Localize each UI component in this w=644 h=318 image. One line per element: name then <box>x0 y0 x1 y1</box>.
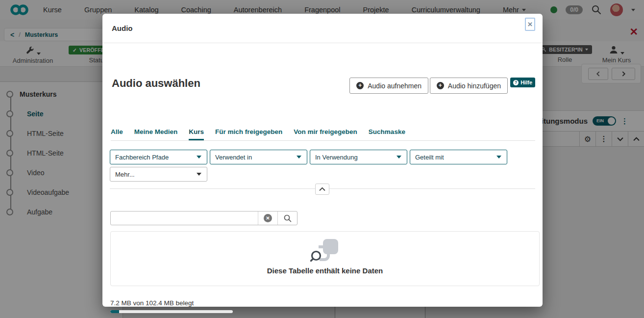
search-submit-button[interactable] <box>277 212 297 225</box>
empty-table-message: Diese Tabelle enthält keine Daten <box>111 266 539 275</box>
chevron-down-icon <box>197 173 201 176</box>
filter-geteilt-mit[interactable]: Geteilt mit <box>410 150 507 164</box>
question-circle-icon: ? <box>513 80 519 85</box>
chevron-down-icon <box>396 156 401 159</box>
filter-more[interactable]: Mehr... <box>110 167 207 182</box>
dialog-title: Audio <box>112 24 133 32</box>
filter-in-verwendung[interactable]: In Verwendung <box>310 150 407 164</box>
tab-fuer-mich-freigegeben[interactable]: Für mich freigegeben <box>215 128 282 140</box>
help-button[interactable]: ? Hilfe <box>510 78 535 87</box>
dialog-header: Audio × <box>102 14 543 43</box>
record-audio-button[interactable]: + Audio aufnehmen <box>349 78 428 94</box>
chevron-up-icon <box>319 187 325 191</box>
chevron-down-icon <box>496 156 501 159</box>
close-button[interactable]: × <box>525 18 535 31</box>
add-audio-button[interactable]: + Audio hinzufügen <box>430 78 508 94</box>
collapse-filters-button[interactable] <box>315 184 329 195</box>
tab-kurs[interactable]: Kurs <box>189 128 204 140</box>
tab-alle[interactable]: Alle <box>111 128 123 140</box>
filter-bar: Fachbereich Pfade Verwendet in In Verwen… <box>110 150 535 182</box>
storage-progress-fill <box>110 310 119 313</box>
page-title: Audio auswählen <box>112 77 200 90</box>
tab-von-mir-freigegeben[interactable]: Von mir freigegeben <box>294 128 357 140</box>
plus-circle-icon: + <box>437 82 444 89</box>
storage-quota-text: 7.2 MB von 102.4 MB belegt <box>110 299 194 307</box>
filter-fachbereich-pfade[interactable]: Fachbereich Pfade <box>110 150 207 164</box>
search-input[interactable] <box>111 212 258 225</box>
search-icon <box>283 214 292 223</box>
chevron-down-icon <box>197 156 201 159</box>
clear-search-button[interactable]: ✕ <box>258 212 277 225</box>
empty-table-panel: Diese Tabelle enthält keine Daten <box>110 231 540 286</box>
filter-verwendet-in[interactable]: Verwendet in <box>210 150 307 164</box>
clear-circle-icon: ✕ <box>264 214 272 222</box>
media-tabs: Alle Meine Medien Kurs Für mich freigege… <box>111 128 535 141</box>
tab-meine-medien[interactable]: Meine Medien <box>134 128 178 140</box>
empty-table-icon <box>111 238 539 265</box>
chevron-down-icon <box>297 156 301 159</box>
tab-suchmaske[interactable]: Suchmaske <box>369 128 405 140</box>
plus-circle-icon: + <box>356 82 364 89</box>
audio-dialog: Audio × Audio auswählen + Audio aufnehme… <box>102 14 543 307</box>
search-bar: ✕ <box>110 211 297 225</box>
storage-progress-bar <box>110 310 233 313</box>
screen: Kurse Gruppen Katalog Coaching Autorenbe… <box>0 0 644 318</box>
